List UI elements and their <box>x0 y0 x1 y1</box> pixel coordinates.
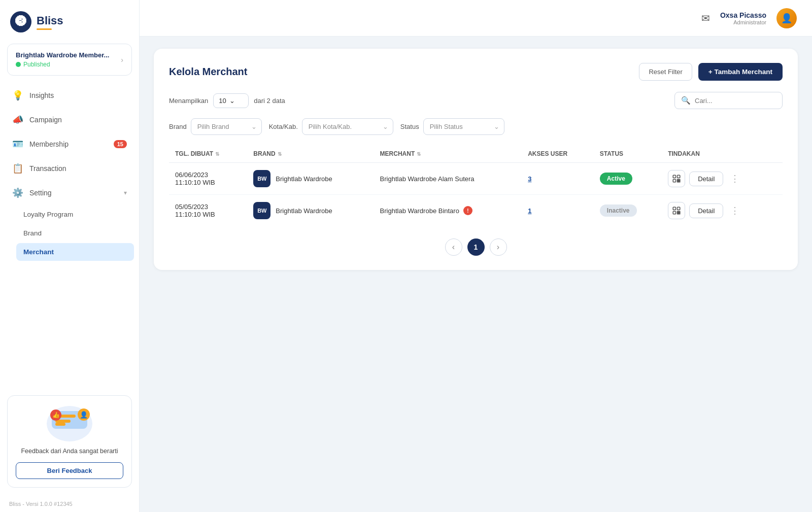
nav-sub-items: Loyalty Program Brand Merchant <box>5 206 134 261</box>
more-button-1[interactable]: ⋮ <box>727 203 742 218</box>
cell-merchant-1: Brightlab Wardrobe Bintaro ! <box>374 195 522 227</box>
more-button-0[interactable]: ⋮ <box>727 171 742 186</box>
show-label: Menampilkan <box>169 97 208 105</box>
pagination-prev-button[interactable]: ‹ <box>445 238 462 256</box>
sidebar-item-loyalty-program[interactable]: Loyalty Program <box>16 206 134 223</box>
svg-rect-10 <box>678 212 679 213</box>
workspace-info: Brightlab Wardrobe Member... Published <box>16 51 109 68</box>
sidebar-item-membership[interactable]: 🪪 Membership 15 <box>5 132 134 156</box>
filter-brand-group: Brand Pilih Brand <box>169 118 262 135</box>
akses-user-link-0[interactable]: 3 <box>528 175 531 183</box>
user-name: Oxsa Picasso <box>720 11 766 19</box>
workspace-status: Published <box>16 61 109 68</box>
filter-dropdowns: Brand Pilih Brand Kota/Kab. Pilih Kota/K… <box>169 118 783 135</box>
chevron-down-icon: ⌄ <box>229 97 235 105</box>
detail-button-1[interactable]: Detail <box>689 203 723 218</box>
merchant-table: TGL. DIBUAT ⇅ BRAND ⇅ ME <box>169 145 783 226</box>
filter-brand-select[interactable]: Pilih Brand <box>191 118 262 135</box>
table-body: 06/06/2023 11:10:10 WIB BW Brightlab War… <box>169 163 783 227</box>
mail-icon[interactable]: ✉ <box>701 12 710 24</box>
filter-brand-label: Brand <box>169 123 187 130</box>
merchant-name-0: Brightlab Wardrobe Alam Sutera <box>380 175 475 183</box>
cell-brand-1: BW Brightlab Wardrobe <box>247 195 374 227</box>
page-card: Kelola Merchant Reset Filter + Tambah Me… <box>154 49 798 270</box>
filters-row: Menampilkan 10 ⌄ dari 2 data 🔍 <box>169 92 783 109</box>
brand-logo-0: BW <box>253 170 270 187</box>
svg-rect-1 <box>678 175 680 178</box>
svg-rect-13 <box>679 213 680 214</box>
status-badge-1: Inactive <box>600 204 637 217</box>
svg-rect-7 <box>673 207 675 210</box>
logo-text: Bliss <box>37 14 63 27</box>
filter-kota-select[interactable]: Pilih Kota/Kab. <box>302 118 393 135</box>
merchant-name-1: Brightlab Wardrobe Bintaro <box>380 207 459 215</box>
content: Kelola Merchant Reset Filter + Tambah Me… <box>140 37 812 512</box>
filter-kota-wrap: Pilih Kota/Kab. <box>302 118 393 135</box>
search-input[interactable] <box>695 97 776 105</box>
qr-button-1[interactable] <box>668 202 685 219</box>
status-dot <box>16 62 21 67</box>
merchant-alert-badge: ! <box>463 206 472 215</box>
setting-icon: ⚙️ <box>12 187 23 198</box>
feedback-button[interactable]: Beri Feedback <box>16 462 123 479</box>
svg-rect-9 <box>673 212 675 214</box>
header-actions: Reset Filter + Tambah Merchant <box>639 63 783 81</box>
campaign-icon: 📣 <box>12 114 23 125</box>
table-header-row: TGL. DIBUAT ⇅ BRAND ⇅ ME <box>169 145 783 163</box>
brand-name-0: Brightlab Wardrobe <box>276 175 332 183</box>
feedback-section: 👍 👤 Feedback dari Anda sangat berarti Be… <box>7 395 132 488</box>
insights-icon: 💡 <box>12 90 23 101</box>
sidebar-version: Bliss - Versi 1.0.0 #12345 <box>0 496 139 512</box>
pagination-page-1[interactable]: 1 <box>467 238 485 256</box>
cell-date-1: 05/05/2023 11:10:10 WIB <box>169 195 247 227</box>
cell-status-0: Active <box>594 163 662 195</box>
reset-filter-button[interactable]: Reset Filter <box>639 63 692 81</box>
feedback-illustration: 👍 👤 <box>47 406 92 441</box>
workspace-name: Brightlab Wardrobe Member... <box>16 51 109 59</box>
filter-brand-wrap: Pilih Brand <box>191 118 262 135</box>
filter-kota-label: Kota/Kab. <box>269 123 298 130</box>
data-count-label: dari 2 data <box>254 97 285 105</box>
logo-underline <box>37 28 52 30</box>
th-merchant: MERCHANT ⇅ <box>374 145 522 163</box>
detail-button-0[interactable]: Detail <box>689 172 723 186</box>
svg-rect-12 <box>678 213 679 214</box>
filter-status-select[interactable]: Pilih Status <box>423 118 504 135</box>
svg-rect-6 <box>679 181 680 182</box>
filter-status-group: Status Pilih Status <box>400 118 504 135</box>
qr-button-0[interactable] <box>668 170 685 187</box>
page-title: Kelola Merchant <box>169 66 247 78</box>
sidebar-item-transaction[interactable]: 📋 Transaction <box>5 157 134 180</box>
search-icon: 🔍 <box>681 96 691 105</box>
sidebar: 🅑 Bliss Brightlab Wardrobe Member... Pub… <box>0 0 140 512</box>
sidebar-logo: 🅑 Bliss <box>0 0 139 44</box>
membership-badge: 15 <box>114 140 127 148</box>
sidebar-item-setting[interactable]: ⚙️ Setting ▾ <box>5 181 134 204</box>
cell-date-0: 06/06/2023 11:10:10 WIB <box>169 163 247 195</box>
header: ✉ Oxsa Picasso Administrator 👤 <box>140 0 812 37</box>
setting-chevron-icon: ▾ <box>124 189 127 196</box>
sidebar-item-merchant[interactable]: Merchant <box>16 243 134 261</box>
cell-brand-0: BW Brightlab Wardrobe <box>247 163 374 195</box>
cell-action-1: Detail ⋮ <box>662 195 783 227</box>
akses-user-link-1[interactable]: 1 <box>528 207 531 215</box>
user-avatar[interactable]: 👤 <box>776 8 797 28</box>
sort-date-icon: ⇅ <box>215 151 219 157</box>
per-page-select[interactable]: 10 ⌄ <box>213 93 249 108</box>
brand-logo-1: BW <box>253 202 270 219</box>
sidebar-item-campaign[interactable]: 📣 Campaign <box>5 108 134 131</box>
svg-rect-4 <box>679 180 680 181</box>
add-merchant-button[interactable]: + Tambah Merchant <box>698 63 783 81</box>
svg-rect-11 <box>679 212 680 213</box>
chevron-right-icon: › <box>121 56 123 64</box>
pagination-next-button[interactable]: › <box>490 238 507 256</box>
sidebar-item-brand[interactable]: Brand <box>16 224 134 242</box>
cell-merchant-0: Brightlab Wardrobe Alam Sutera <box>374 163 522 195</box>
membership-icon: 🪪 <box>12 139 23 150</box>
status-badge-0: Active <box>600 173 632 185</box>
filter-status-wrap: Pilih Status <box>423 118 504 135</box>
pagination: ‹ 1 › <box>169 238 783 256</box>
feedback-text: Feedback dari Anda sangat berarti <box>16 447 123 456</box>
sidebar-item-insights[interactable]: 💡 Insights <box>5 84 134 107</box>
workspace-card[interactable]: Brightlab Wardrobe Member... Published › <box>7 44 132 76</box>
